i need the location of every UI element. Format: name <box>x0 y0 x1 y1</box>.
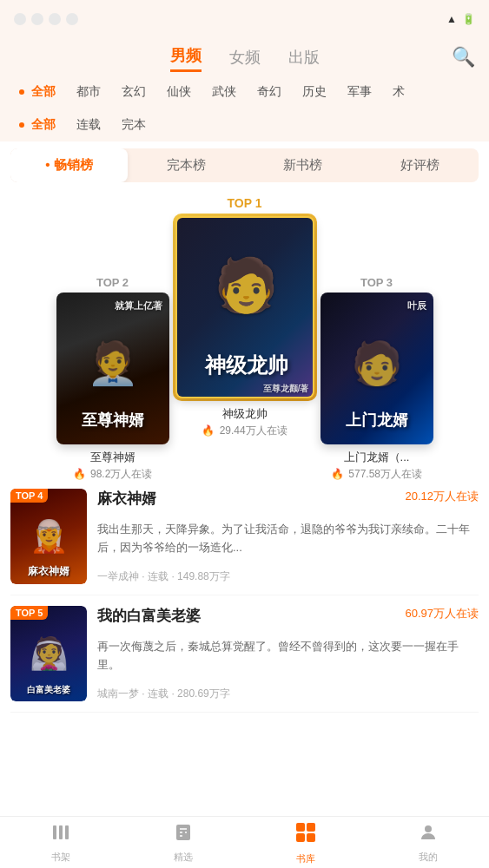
list-top5-wordcount: 280.69万字 <box>177 687 230 700</box>
podium-top2-reads: 🔥 98.2万人在读 <box>73 467 153 482</box>
status-bar-left <box>14 13 78 25</box>
svg-rect-11 <box>307 833 315 842</box>
podium-top1-rank: TOP 1 <box>228 196 262 210</box>
top1-author: 至尊龙颧/著 <box>263 383 309 395</box>
tab-female[interactable]: 女频 <box>229 47 261 71</box>
tab-male[interactable]: 男频 <box>170 45 202 72</box>
status-bar: ▲ 🔋 <box>0 0 489 38</box>
wifi-icon: ▲ <box>446 13 457 25</box>
podium-top3[interactable]: TOP 3 叶辰 🧑 上门龙婿 上门龙婿（... 🔥 577.58万人在读 <box>320 276 433 482</box>
signal-dot-2 <box>31 13 43 25</box>
top3-title-cover: 上门龙婿 <box>320 410 433 431</box>
top3-author: 叶辰 <box>407 299 426 312</box>
genre-xian[interactable]: 仙侠 <box>158 81 200 103</box>
list-top4-desc: 我出生那天，天降异象。为了让我活命，退隐的爷爷为我订亲续命。二十年后，因为爷爷给… <box>97 521 479 557</box>
podium-top3-title: 上门龙婿（... <box>344 450 410 465</box>
bottom-nav-discover[interactable]: 精选 <box>122 822 245 864</box>
list-top4-wordcount: 149.88万字 <box>177 570 230 582</box>
genre-military[interactable]: 军事 <box>339 81 380 103</box>
search-icon[interactable]: 🔍 <box>452 46 475 69</box>
podium-top1-cover: 🧑 神级龙帅 至尊龙颧/著 <box>175 216 314 398</box>
bottom-nav: 书架 精选 书库 <box>0 816 489 868</box>
top-nav: 男频 女频 出版 🔍 <box>0 38 489 76</box>
top1-title-cover: 神级龙帅 <box>177 352 314 379</box>
podium-top1-reads: 🔥 29.44万人在读 <box>202 424 287 438</box>
status-complete[interactable]: 完本 <box>113 114 155 136</box>
genre-fantasy[interactable]: 玄幻 <box>113 81 155 103</box>
list-top5-status: 连载 <box>148 687 169 700</box>
svg-rect-9 <box>307 823 315 832</box>
signal-dot-4 <box>66 13 78 25</box>
status-bar-right: ▲ 🔋 <box>446 13 475 25</box>
status-serialized[interactable]: 连载 <box>68 114 109 136</box>
chart-tabs: 畅销榜 完本榜 新书榜 好评榜 <box>10 148 479 182</box>
list-top4-header: 麻衣神婿 20.12万人在读 <box>97 489 479 509</box>
list-top5-cover: 👰 白富美老婆 TOP 5 <box>10 606 87 701</box>
list-section: 🧝 麻衣神婿 TOP 4 麻衣神婿 20.12万人在读 我出生那天，天降异象。为… <box>0 471 489 713</box>
svg-point-12 <box>425 825 432 832</box>
list-top5-author: 城南一梦 <box>97 687 139 700</box>
svg-rect-10 <box>296 833 305 842</box>
list-top4-status: 连载 <box>148 570 169 582</box>
podium-section: TOP 2 就算上亿著 🧑‍💼 至尊神婿 至尊神婿 🔥 98.2万人在读 TOP… <box>0 182 489 471</box>
top2-fire-icon: 🔥 <box>73 468 86 480</box>
bottom-nav-bookshelf[interactable]: 书架 <box>0 822 122 864</box>
podium-top3-rank: TOP 3 <box>360 276 393 289</box>
svg-rect-2 <box>65 825 69 839</box>
list-top5-title: 我的白富美老婆 <box>97 606 201 626</box>
podium-top1[interactable]: TOP 1 🧑 神级龙帅 至尊龙颧/著 神级龙帅 🔥 29.44万人在读 <box>173 196 317 438</box>
podium-top1-title: 神级龙帅 <box>222 406 268 422</box>
bottom-spacer <box>0 713 489 773</box>
genre-all[interactable]: 全部 <box>10 81 64 103</box>
status-row: 全部 连载 完本 <box>0 108 489 141</box>
podium-top3-cover: 叶辰 🧑 上门龙婿 <box>320 293 433 444</box>
bottom-nav-profile[interactable]: 我的 <box>367 822 489 864</box>
battery-icon: 🔋 <box>462 13 475 25</box>
discover-icon <box>173 822 194 848</box>
chart-tab-new[interactable]: 新书榜 <box>245 148 362 182</box>
top2-title-cover: 至尊神婿 <box>56 410 169 431</box>
tab-publish[interactable]: 出版 <box>288 47 320 71</box>
genre-all-dot <box>19 89 24 95</box>
top1-fire-icon: 🔥 <box>202 424 215 437</box>
svg-rect-0 <box>53 825 56 839</box>
profile-icon <box>418 822 439 848</box>
list-top5-meta: 城南一梦 · 连载 · 280.69万字 <box>97 687 479 701</box>
status-all[interactable]: 全部 <box>10 114 64 136</box>
genre-more[interactable]: 术 <box>384 81 413 103</box>
bottom-nav-library-label: 书库 <box>296 852 315 865</box>
list-top5-reads: 60.97万人在读 <box>405 606 479 621</box>
bottom-nav-library[interactable]: 书库 <box>245 820 367 865</box>
genre-history[interactable]: 历史 <box>294 81 335 103</box>
podium-top2[interactable]: TOP 2 就算上亿著 🧑‍💼 至尊神婿 至尊神婿 🔥 98.2万人在读 <box>56 276 169 482</box>
list-top5-header: 我的白富美老婆 60.97万人在读 <box>97 606 479 626</box>
podium-top3-reads: 🔥 577.58万人在读 <box>331 467 422 482</box>
list-top4-meta: 一举成神 · 连载 · 149.88万字 <box>97 569 479 584</box>
genre-city[interactable]: 都市 <box>68 81 109 103</box>
chart-tab-complete[interactable]: 完本榜 <box>128 148 245 182</box>
bottom-nav-bookshelf-label: 书架 <box>51 851 70 864</box>
podium-top2-title: 至尊神婿 <box>90 450 135 465</box>
signal-dot-1 <box>14 13 26 25</box>
svg-rect-8 <box>296 823 305 832</box>
list-top5-info: 我的白富美老婆 60.97万人在读 再一次侮蔑之后，秦城总算觉醒了。曾经不曾得到… <box>87 606 479 701</box>
list-top4-rank: TOP 4 <box>10 489 48 503</box>
top3-fire-icon: 🔥 <box>331 468 344 480</box>
chart-tab-rating[interactable]: 好评榜 <box>361 148 479 182</box>
svg-rect-1 <box>59 825 63 839</box>
genre-wuxia[interactable]: 武侠 <box>203 81 245 103</box>
top-nav-tabs: 男频 女频 出版 <box>170 45 320 72</box>
genre-row: 全部 都市 玄幻 仙侠 武侠 奇幻 历史 军事 术 <box>0 76 489 108</box>
podium-top2-rank: TOP 2 <box>96 276 129 289</box>
list-item-top4[interactable]: 🧝 麻衣神婿 TOP 4 麻衣神婿 20.12万人在读 我出生那天，天降异象。为… <box>10 478 479 595</box>
bottom-nav-profile-label: 我的 <box>419 851 438 864</box>
list-top4-cover: 🧝 麻衣神婿 TOP 4 <box>10 489 87 584</box>
svg-rect-7 <box>182 832 185 837</box>
top2-author: 就算上亿著 <box>115 299 162 312</box>
chart-tab-bestseller[interactable]: 畅销榜 <box>10 148 128 182</box>
list-item-top5[interactable]: 👰 白富美老婆 TOP 5 我的白富美老婆 60.97万人在读 再一次侮蔑之后，… <box>10 595 479 713</box>
status-all-dot <box>19 122 24 128</box>
genre-scifi[interactable]: 奇幻 <box>248 81 290 103</box>
signal-dot-3 <box>49 13 61 25</box>
bottom-nav-discover-label: 精选 <box>174 851 193 864</box>
